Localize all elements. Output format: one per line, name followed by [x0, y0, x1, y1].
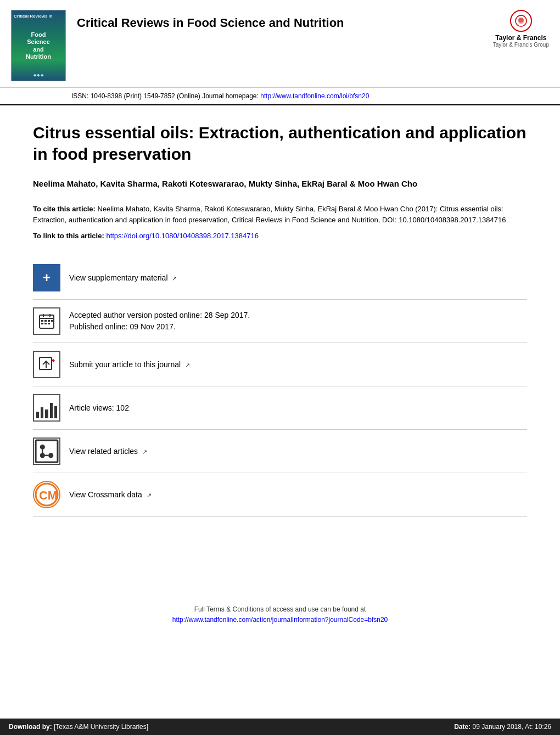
article-title: Citrus essential oils: Extraction, authe… — [33, 122, 527, 165]
cover-bot-text: ◆ ◆ ◆ — [14, 73, 63, 77]
issn-line: ISSN: 1040-8398 (Print) 1549-7852 (Onlin… — [0, 88, 560, 105]
published-date-text: Published online: 09 Nov 2017. — [69, 322, 176, 331]
publisher-subname: Taylor & Francis Group — [493, 42, 549, 48]
external-link-icon: ↗ — [172, 274, 177, 283]
bottom-bar: Download by: [Texas A&M University Libra… — [0, 719, 560, 735]
doi-link[interactable]: https://doi.org/10.1080/10408398.2017.13… — [106, 232, 259, 240]
bottom-bar-right: Date: 09 January 2018, At: 10:26 — [454, 723, 551, 731]
download-label: Download by: — [9, 723, 52, 731]
tf-logo-circle — [510, 10, 532, 32]
action-supplementary: + View supplementary material ↗ — [33, 256, 527, 300]
date-value: 09 January 2018, At: 10:26 — [473, 723, 551, 731]
svg-rect-11 — [51, 320, 53, 322]
svg-rect-5 — [41, 320, 43, 322]
submit-text: Submit your article to this journal ↗ — [69, 359, 190, 371]
svg-rect-7 — [48, 320, 50, 322]
views-text: Article views: 102 — [69, 402, 129, 414]
terms-line1: Full Terms & Conditions of access and us… — [33, 604, 527, 615]
svg-rect-10 — [48, 323, 50, 324]
svg-point-16 — [48, 453, 53, 458]
issn-text: ISSN: 1040-8398 (Print) 1549-7852 (Onlin… — [71, 92, 259, 100]
article-authors: Neelima Mahato, Kavita Sharma, Rakoti Ko… — [33, 178, 527, 190]
journal-homepage-link[interactable]: http://www.tandfonline.com/loi/bfsn20 — [260, 92, 369, 100]
action-items: + View supplementary material ↗ — [33, 256, 527, 517]
journal-cover: Critical Reviews in FoodScienceandNutrit… — [11, 10, 66, 81]
citation-label: To cite this article: — [33, 205, 96, 213]
action-dates: Accepted author version posted online: 2… — [33, 300, 527, 343]
journal-title: Critical Reviews in Food Science and Nut… — [77, 15, 493, 31]
article-views-label: Article views: 102 — [69, 403, 129, 412]
publisher-logo: Taylor & Francis Taylor & Francis Group — [493, 10, 549, 48]
crossmark-text: View Crossmark data ↗ — [69, 489, 152, 501]
accepted-date-text: Accepted author version posted online: 2… — [69, 311, 250, 319]
svg-text:CM: CM — [39, 489, 57, 502]
submit-link[interactable]: Submit your article to this journal ↗ — [69, 360, 190, 369]
download-value: [Texas A&M University Libraries] — [54, 723, 148, 731]
footer-terms: Full Terms & Conditions of access and us… — [33, 604, 527, 642]
citation-text: Neelima Mahato, Kavita Sharma, Rakoti Ko… — [33, 205, 506, 225]
page-header: Critical Reviews in FoodScienceandNutrit… — [0, 0, 560, 88]
journal-title-block: Critical Reviews in Food Science and Nut… — [77, 10, 493, 31]
svg-rect-6 — [44, 320, 47, 322]
bar2 — [41, 407, 43, 418]
svg-rect-9 — [44, 323, 47, 324]
publisher-name: Taylor & Francis — [495, 34, 546, 42]
link-label: To link to this article: — [33, 232, 104, 240]
dates-text: Accepted author version posted online: 2… — [69, 310, 250, 333]
cover-top-text: Critical Reviews in — [14, 14, 63, 19]
related-external-icon: ↗ — [142, 447, 147, 457]
supplementary-icon: + — [33, 264, 60, 291]
date-label: Date: — [454, 723, 471, 731]
action-crossmark: CM View Crossmark data ↗ — [33, 473, 527, 517]
svg-point-19 — [40, 453, 45, 458]
action-related: View related articles ↗ — [33, 430, 527, 473]
related-link[interactable]: View related articles ↗ — [69, 447, 147, 456]
calendar-icon — [33, 307, 60, 335]
crossmark-link[interactable]: View Crossmark data ↗ — [69, 490, 152, 499]
citation-block: To cite this article: Neelima Mahato, Ka… — [33, 204, 527, 227]
supplementary-link[interactable]: View supplementary material ↗ — [69, 273, 177, 282]
svg-point-15 — [40, 445, 45, 450]
main-content: Citrus essential oils: Extraction, authe… — [0, 105, 560, 658]
svg-rect-14 — [36, 440, 58, 462]
terms-url[interactable]: http://www.tandfonline.com/action/journa… — [172, 616, 388, 624]
crossmark-external-icon: ↗ — [147, 491, 152, 500]
action-views: Article views: 102 — [33, 386, 527, 430]
crossmark-icon: CM — [33, 481, 60, 508]
submit-external-icon: ↗ — [185, 361, 190, 370]
related-articles-icon — [33, 437, 60, 465]
chart-icon — [33, 394, 60, 422]
bottom-bar-left: Download by: [Texas A&M University Libra… — [9, 723, 148, 731]
submit-icon — [33, 351, 60, 378]
cover-mid-text: FoodScienceandNutrition — [14, 31, 63, 60]
bar3 — [45, 409, 48, 418]
supplementary-text: View supplementary material ↗ — [69, 272, 177, 284]
svg-rect-8 — [41, 323, 43, 324]
bar1 — [36, 412, 39, 418]
bar4 — [50, 403, 53, 418]
related-text: View related articles ↗ — [69, 446, 147, 457]
bar5 — [54, 406, 57, 418]
supp-plus-symbol: + — [43, 270, 51, 285]
action-submit: Submit your article to this journal ↗ — [33, 343, 527, 386]
link-block: To link to this article: https://doi.org… — [33, 232, 527, 240]
